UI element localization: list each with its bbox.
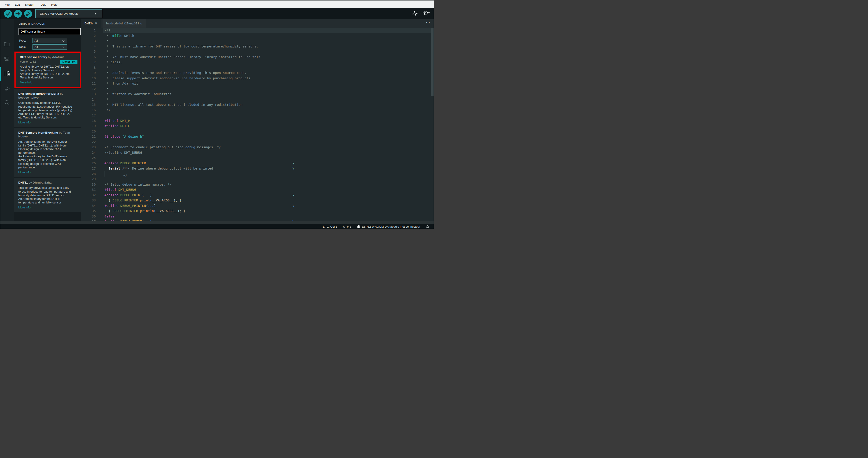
notifications-button[interactable] xyxy=(426,225,429,229)
library-entry-4[interactable]: DHT11 by Dhruba SahaThis library provide… xyxy=(14,178,81,212)
sidebar-item-library-manager[interactable] xyxy=(3,70,10,78)
menu-item-edit[interactable]: Edit xyxy=(12,3,22,6)
line-content: * xyxy=(103,49,431,55)
board-selector[interactable]: ESP32-WROOM-DA Module xyxy=(35,9,102,18)
debug-button[interactable] xyxy=(24,10,32,18)
more-info-link[interactable]: More info xyxy=(18,171,72,174)
code-line-19: 19#define DHT_H xyxy=(81,123,431,129)
code-line-31: 31#ifdef DHT_DEBUG xyxy=(81,187,431,193)
toolbar: ESP32-WROOM-DA Module xyxy=(0,8,434,19)
entry-by: by xyxy=(47,55,52,59)
entry-author: Adafruit xyxy=(52,55,64,59)
library-entry-3[interactable]: DHT Sensors Non-Blocking by Toan NguyenA… xyxy=(14,128,81,177)
filter-select-1[interactable]: All xyxy=(32,44,67,50)
code-line-30: 30/* Setup debug printing macros. */ xyxy=(81,182,431,188)
editor-tab-DHT.h[interactable]: DHT.h✕ xyxy=(81,19,101,28)
code-line-26: 26#define DEBUG_PRINTER\ xyxy=(81,161,431,166)
line-content xyxy=(103,176,431,182)
check-icon xyxy=(4,10,12,18)
sidebar-item-boards-manager[interactable] xyxy=(3,55,10,63)
menu-item-file[interactable]: File xyxy=(2,3,12,6)
line-number: 3 xyxy=(81,38,96,44)
filter-label-0: Type: xyxy=(19,39,26,42)
close-icon[interactable]: ✕ xyxy=(95,22,97,25)
entry-name: DHT Sensors Non-Blocking xyxy=(18,131,58,134)
filter-select-0[interactable]: All xyxy=(32,38,67,44)
line-content xyxy=(103,155,431,161)
line-number: 18 xyxy=(81,118,96,124)
encoding-label: UTF-8 xyxy=(343,225,351,228)
library-list: DHT sensor library by AdafruitVersion 1.… xyxy=(14,50,81,221)
serial-monitor-button[interactable] xyxy=(422,10,430,17)
line-content xyxy=(103,113,431,118)
line-content: #define DEBUG_PRINT(...)\ xyxy=(103,193,431,198)
arrow-right-icon xyxy=(14,10,22,18)
sidebar-item-search[interactable] xyxy=(3,99,10,107)
line-number: 20 xyxy=(81,129,96,134)
line-content: */ xyxy=(103,171,431,177)
library-manager-panel: LIBRARY MANAGER Type:AllTopic:All DHT se… xyxy=(14,19,81,221)
verify-button[interactable] xyxy=(4,10,12,18)
code-line-28: 28 */ xyxy=(81,171,431,177)
line-content: #ifdef DHT_DEBUG xyxy=(103,187,431,193)
code-line-10: 10 * please support Adafruit andopen-sou… xyxy=(81,76,431,81)
line-number: 4 xyxy=(81,44,96,49)
library-entry-2[interactable]: DHT sensor library for ESPx by beegee_to… xyxy=(14,89,81,127)
line-content: #else xyxy=(103,214,431,219)
more-info-link[interactable]: More info xyxy=(18,206,72,209)
line-content: /* Uncomment to enable printing out nice… xyxy=(103,145,431,150)
panel-bottom-strip xyxy=(0,221,434,224)
line-number: 5 xyxy=(81,49,96,55)
code-line-23: 23/* Uncomment to enable printing out ni… xyxy=(81,145,431,150)
more-info-link[interactable]: More info xyxy=(18,121,72,124)
line-content: * MIT license, all text above must be in… xyxy=(103,102,431,108)
code-line-9: 9 * Adafruit invests time and resources … xyxy=(81,70,431,76)
code-line-20: 20 xyxy=(81,129,431,134)
code-line-27: 27 Serial /**< Define where debug output… xyxy=(81,166,431,171)
line-content xyxy=(103,129,431,134)
upload-button[interactable] xyxy=(14,10,22,18)
code-line-24: 24//#define DHT_DEBUG xyxy=(81,150,431,155)
more-info-link[interactable]: More info xyxy=(20,81,74,84)
code-line-35: 35 { DEBUG_PRINTER.println(__VA_ARGS__);… xyxy=(81,208,431,214)
search-icon xyxy=(3,99,10,107)
entry-name: DHT sensor library xyxy=(20,55,47,59)
line-content: #define DEBUG_PRINTER\ xyxy=(103,161,431,166)
line-number: 37 xyxy=(81,219,96,221)
bug-play-icon xyxy=(24,10,32,18)
entry-by: by xyxy=(58,131,63,134)
line-number: 33 xyxy=(81,198,96,203)
editor-area: DHT.h✕hardcoded-dht22-esp32.ino ⋯ 1/*!2 … xyxy=(81,19,434,221)
entry-description: An Arduino library for the DHT sensor fa… xyxy=(18,140,72,169)
line-content xyxy=(103,140,431,145)
code-line-17: 17 xyxy=(81,113,431,118)
entry-title: DHT Sensors Non-Blocking by Toan Nguyen xyxy=(18,131,72,138)
editor-tab-hardcoded-dht22-esp32.ino[interactable]: hardcoded-dht22-esp32.ino xyxy=(102,19,146,28)
line-number: 7 xyxy=(81,60,96,65)
sidebar-item-debug[interactable] xyxy=(3,85,10,92)
editor-scrollbar[interactable] xyxy=(431,28,434,96)
line-content: * xyxy=(103,97,431,103)
line-number: 12 xyxy=(81,86,96,92)
installed-badge: INSTALLED xyxy=(60,60,78,64)
code-editor[interactable]: 1/*!2 * @file DHT.h3 *4 * This is a libr… xyxy=(81,28,431,221)
menu-item-tools[interactable]: Tools xyxy=(37,3,49,6)
code-line-29: 29 xyxy=(81,176,431,182)
menu-item-sketch[interactable]: Sketch xyxy=(22,3,37,6)
status-bar: Ln 1, Col 1 UTF-8 ESP32-WROOM-DA Module … xyxy=(0,224,434,229)
line-number: 29 xyxy=(81,176,96,182)
code-line-34: 34#define DEBUG_PRINTLN(...)\ xyxy=(81,203,431,209)
sidebar-item-sketchbook[interactable] xyxy=(3,41,10,48)
line-number: 36 xyxy=(81,214,96,219)
line-number: 2 xyxy=(81,33,96,39)
menu-item-help[interactable]: Help xyxy=(49,3,60,6)
serial-plotter-button[interactable] xyxy=(412,10,418,17)
arduino-ide-window: FileEditSketchToolsHelp xyxy=(0,0,434,229)
overflow-menu-icon[interactable]: ⋯ xyxy=(426,20,430,25)
library-search-input[interactable] xyxy=(19,28,81,35)
code-line-5: 5 * xyxy=(81,49,431,55)
line-number: 35 xyxy=(81,208,96,214)
folder-icon xyxy=(3,41,10,48)
entry-name: DHT sensor library for ESPx xyxy=(18,92,59,95)
library-entry-1[interactable]: DHT sensor library by AdafruitVersion 1.… xyxy=(16,53,80,87)
